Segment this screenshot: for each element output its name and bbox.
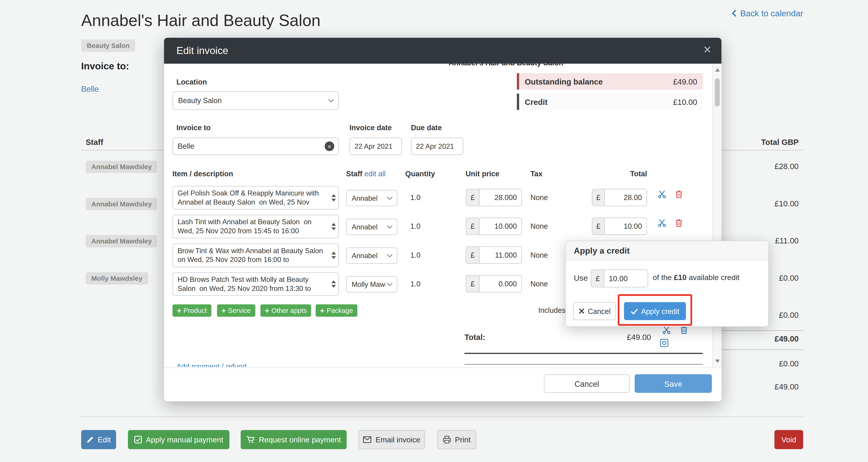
chevron-down-icon	[387, 252, 393, 257]
split-scissors-icon[interactable]	[658, 219, 666, 227]
total-value: £49.00	[604, 333, 651, 341]
item-description-input[interactable]	[173, 243, 339, 267]
invoice-total-value: £49.00	[774, 334, 799, 343]
salon-invoice-page: Annabel's Hair and Beauty Salon Back to …	[0, 0, 868, 462]
plus-icon: +	[177, 306, 181, 315]
available-credit-text: of the £10 available credit	[653, 273, 739, 282]
summary-value: £0.00	[779, 359, 799, 368]
credit-coin-icon[interactable]	[660, 339, 669, 347]
step-up-icon	[331, 280, 336, 283]
chevron-left-icon	[732, 9, 737, 17]
invoice-to-input[interactable]	[173, 137, 339, 155]
apply-credit-button[interactable]: Apply credit	[624, 302, 686, 320]
currency-addon: £	[592, 217, 604, 235]
unit-price-input[interactable]	[479, 189, 522, 206]
unit-price-input[interactable]	[479, 275, 522, 292]
item-description-input[interactable]	[173, 215, 339, 239]
plus-icon: +	[320, 306, 324, 315]
staff-select[interactable]: Annabel	[346, 219, 397, 235]
location-select[interactable]: Beauty Salon	[173, 91, 339, 110]
split-scissors-icon[interactable]	[662, 326, 671, 334]
delete-trash-icon[interactable]	[680, 326, 688, 334]
unit-price-header: Unit price	[466, 170, 500, 178]
outstanding-balance-row: Outstanding balance £49.00	[517, 73, 703, 90]
total-column-header: Total GBP	[761, 137, 799, 147]
unit-price-input[interactable]	[479, 246, 522, 264]
staff-header: Staff edit all	[346, 170, 385, 178]
unit-price-input[interactable]	[479, 217, 522, 235]
staff-badge: Molly Mawdsley	[86, 272, 148, 284]
stepper-arrows[interactable]	[331, 194, 336, 202]
staff-select[interactable]: Molly Mawdsley	[346, 276, 397, 292]
tax-value: None	[530, 251, 548, 259]
credit-amount-input[interactable]	[604, 270, 648, 287]
row-total: £11.00	[775, 236, 799, 245]
invoice-date-input[interactable]	[349, 137, 402, 155]
totals-rule	[465, 364, 703, 365]
item-description-input[interactable]	[173, 186, 339, 210]
item-description-wrap	[173, 243, 339, 267]
outstanding-balance-value: £49.00	[673, 77, 698, 86]
page-title: Annabel's Hair and Beauty Salon	[81, 11, 320, 30]
print-button[interactable]: Print	[437, 430, 476, 449]
credit-cancel-button[interactable]: Cancel	[573, 302, 616, 320]
scroll-thumb[interactable]	[715, 79, 720, 107]
clipped-add-link[interactable]: Add payment / refund	[176, 362, 317, 367]
quantity-value: 1.0	[410, 222, 421, 230]
email-invoice-button[interactable]: Email invoice	[359, 430, 425, 449]
cart-icon	[246, 436, 255, 443]
stepper-arrows[interactable]	[331, 280, 336, 288]
edit-button[interactable]: Edit	[81, 430, 116, 449]
step-down-icon	[331, 285, 336, 287]
request-online-payment-button[interactable]: Request online payment	[241, 430, 347, 449]
staff-badge: Annabel Mawdsley	[86, 161, 158, 173]
popup-title: Apply a credit	[566, 241, 768, 260]
split-scissors-icon[interactable]	[658, 190, 666, 198]
currency-addon: £	[466, 217, 479, 235]
step-up-icon	[331, 223, 336, 225]
scroll-down-button[interactable]	[715, 360, 720, 363]
divider	[81, 417, 803, 417]
currency-addon: £	[592, 189, 604, 206]
line-total-input[interactable]	[604, 217, 647, 235]
invoice-to-heading: Invoice to:	[81, 61, 129, 72]
invoice-to-label: Invoice to	[176, 123, 211, 132]
stepper-arrows[interactable]	[331, 252, 336, 259]
modal-cancel-button[interactable]: Cancel	[544, 374, 629, 393]
item-description-input[interactable]	[173, 272, 339, 296]
add-package-button[interactable]: +Package	[315, 304, 358, 317]
back-to-calendar-link[interactable]: Back to calendar	[732, 8, 803, 18]
totals-rule	[465, 353, 703, 354]
delete-trash-icon[interactable]	[675, 219, 682, 227]
customer-link[interactable]: Belle	[81, 85, 99, 94]
close-icon[interactable]: ×	[704, 42, 711, 58]
scroll-up-button[interactable]	[715, 68, 720, 72]
edit-all-link[interactable]: edit all	[364, 170, 385, 178]
due-date-input[interactable]	[411, 137, 463, 155]
add-other-appts-button[interactable]: +Other appts	[260, 304, 311, 317]
staff-select[interactable]: Annabel	[346, 190, 397, 206]
delete-trash-icon[interactable]	[675, 190, 682, 198]
void-button[interactable]: Void	[774, 430, 803, 449]
row-total: £0.00	[779, 273, 799, 282]
staff-select[interactable]: Annabel	[346, 247, 397, 264]
modal-save-button[interactable]: Save	[635, 374, 712, 393]
tax-value: None	[530, 280, 548, 288]
add-service-button[interactable]: +Service	[217, 304, 255, 317]
outstanding-balance-label: Outstanding balance	[525, 77, 673, 86]
currency-addon: £	[591, 270, 604, 287]
clipped-scrolled-text: Annabel's Hair and Beauty Salon	[449, 64, 567, 68]
tax-value: None	[530, 222, 548, 230]
credit-label: Credit	[525, 97, 673, 106]
line-total-input[interactable]	[604, 189, 647, 206]
clear-icon[interactable]: ×	[324, 142, 334, 151]
chevron-down-icon	[329, 97, 334, 102]
row-total: £10.00	[774, 199, 799, 208]
apply-manual-payment-button[interactable]: Apply manual payment	[128, 430, 229, 449]
request-online-payment-label: Request online payment	[259, 435, 341, 444]
add-product-button[interactable]: +Product	[173, 304, 211, 317]
printer-icon	[443, 436, 451, 443]
item-description-wrap	[173, 215, 339, 239]
modal-footer: Cancel Save	[164, 368, 721, 401]
stepper-arrows[interactable]	[331, 223, 336, 230]
